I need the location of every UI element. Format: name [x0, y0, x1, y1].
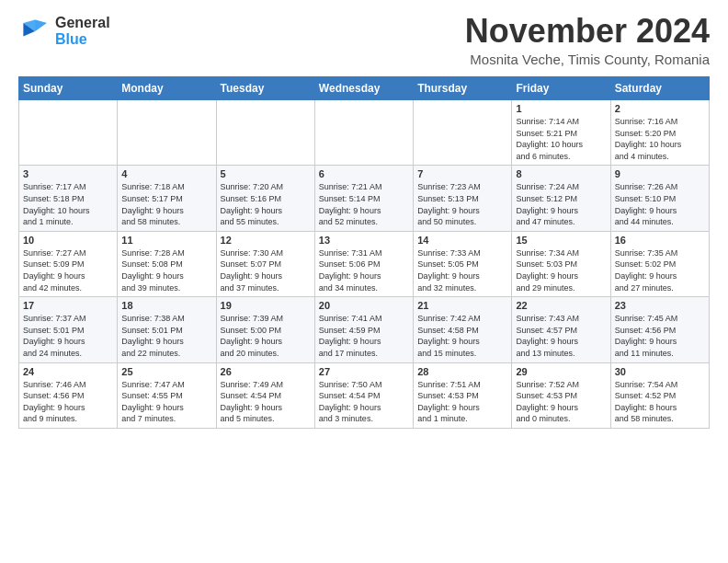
calendar-week-row: 24Sunrise: 7:46 AMSunset: 4:56 PMDayligh…: [19, 362, 710, 428]
table-row: 2Sunrise: 7:16 AMSunset: 5:20 PMDaylight…: [610, 100, 709, 166]
day-number: 5: [221, 168, 311, 179]
table-row: 4Sunrise: 7:18 AMSunset: 5:17 PMDaylight…: [118, 166, 216, 231]
table-row: 26Sunrise: 7:49 AMSunset: 4:54 PMDayligh…: [216, 362, 314, 428]
day-info: Sunrise: 7:46 AMSunset: 4:56 PMDaylight:…: [23, 379, 113, 425]
day-info: Sunrise: 7:37 AMSunset: 5:01 PMDaylight:…: [23, 313, 113, 359]
day-number: 23: [615, 300, 705, 311]
logo-general: General: [55, 15, 110, 31]
day-info: Sunrise: 7:28 AMSunset: 5:08 PMDaylight:…: [121, 247, 211, 293]
day-info: Sunrise: 7:47 AMSunset: 4:55 PMDaylight:…: [121, 379, 211, 425]
logo-icon: [18, 15, 51, 48]
table-row: 14Sunrise: 7:33 AMSunset: 5:05 PMDayligh…: [414, 231, 512, 296]
day-number: 6: [319, 168, 409, 179]
table-row: 24Sunrise: 7:46 AMSunset: 4:56 PMDayligh…: [19, 362, 118, 428]
day-info: Sunrise: 7:35 AMSunset: 5:02 PMDaylight:…: [615, 247, 705, 293]
table-row: [216, 100, 314, 166]
day-info: Sunrise: 7:17 AMSunset: 5:18 PMDaylight:…: [23, 181, 113, 227]
calendar-week-row: 10Sunrise: 7:27 AMSunset: 5:09 PMDayligh…: [19, 231, 710, 296]
calendar-week-row: 1Sunrise: 7:14 AMSunset: 5:21 PMDaylight…: [19, 100, 710, 166]
title-section: November 2024 Mosnita Veche, Timis Count…: [465, 15, 710, 67]
table-row: [118, 100, 216, 166]
day-info: Sunrise: 7:49 AMSunset: 4:54 PMDaylight:…: [221, 379, 311, 425]
calendar-table: Sunday Monday Tuesday Wednesday Thursday…: [18, 76, 710, 429]
day-number: 27: [319, 366, 409, 377]
table-row: 29Sunrise: 7:52 AMSunset: 4:53 PMDayligh…: [512, 362, 610, 428]
day-number: 14: [417, 235, 507, 246]
day-info: Sunrise: 7:24 AMSunset: 5:12 PMDaylight:…: [516, 181, 606, 227]
header-wednesday: Wednesday: [314, 77, 413, 100]
day-number: 22: [516, 300, 606, 311]
day-number: 16: [615, 235, 705, 246]
day-number: 21: [417, 300, 507, 311]
header-saturday: Saturday: [610, 77, 709, 100]
table-row: 12Sunrise: 7:30 AMSunset: 5:07 PMDayligh…: [216, 231, 314, 296]
month-title: November 2024: [465, 15, 710, 48]
day-number: 2: [615, 103, 705, 114]
table-row: [414, 100, 512, 166]
day-number: 1: [516, 103, 606, 114]
table-row: 1Sunrise: 7:14 AMSunset: 5:21 PMDaylight…: [512, 100, 610, 166]
table-row: 8Sunrise: 7:24 AMSunset: 5:12 PMDaylight…: [512, 166, 610, 231]
day-number: 25: [121, 366, 211, 377]
table-row: 10Sunrise: 7:27 AMSunset: 5:09 PMDayligh…: [19, 231, 118, 296]
header-thursday: Thursday: [414, 77, 512, 100]
day-number: 19: [221, 300, 311, 311]
location-subtitle: Mosnita Veche, Timis County, Romania: [465, 52, 710, 67]
table-row: 7Sunrise: 7:23 AMSunset: 5:13 PMDaylight…: [414, 166, 512, 231]
header-tuesday: Tuesday: [216, 77, 314, 100]
table-row: 17Sunrise: 7:37 AMSunset: 5:01 PMDayligh…: [19, 297, 118, 362]
table-row: 20Sunrise: 7:41 AMSunset: 4:59 PMDayligh…: [314, 297, 413, 362]
table-row: 25Sunrise: 7:47 AMSunset: 4:55 PMDayligh…: [118, 362, 216, 428]
day-number: 15: [516, 235, 606, 246]
day-info: Sunrise: 7:31 AMSunset: 5:06 PMDaylight:…: [319, 247, 409, 293]
table-row: 23Sunrise: 7:45 AMSunset: 4:56 PMDayligh…: [610, 297, 709, 362]
day-number: 10: [23, 235, 113, 246]
day-info: Sunrise: 7:50 AMSunset: 4:54 PMDaylight:…: [319, 379, 409, 425]
table-row: 18Sunrise: 7:38 AMSunset: 5:01 PMDayligh…: [118, 297, 216, 362]
day-info: Sunrise: 7:52 AMSunset: 4:53 PMDaylight:…: [516, 379, 606, 425]
table-row: 22Sunrise: 7:43 AMSunset: 4:57 PMDayligh…: [512, 297, 610, 362]
table-row: 9Sunrise: 7:26 AMSunset: 5:10 PMDaylight…: [610, 166, 709, 231]
day-info: Sunrise: 7:30 AMSunset: 5:07 PMDaylight:…: [221, 247, 311, 293]
logo-blue: Blue: [55, 31, 110, 48]
day-info: Sunrise: 7:39 AMSunset: 5:00 PMDaylight:…: [221, 313, 311, 359]
table-row: 30Sunrise: 7:54 AMSunset: 4:52 PMDayligh…: [610, 362, 709, 428]
day-info: Sunrise: 7:20 AMSunset: 5:16 PMDaylight:…: [221, 181, 311, 227]
day-info: Sunrise: 7:23 AMSunset: 5:13 PMDaylight:…: [417, 181, 507, 227]
calendar-week-row: 3Sunrise: 7:17 AMSunset: 5:18 PMDaylight…: [19, 166, 710, 231]
day-number: 7: [417, 168, 507, 179]
day-number: 12: [221, 235, 311, 246]
day-number: 8: [516, 168, 606, 179]
header-friday: Friday: [512, 77, 610, 100]
day-number: 28: [417, 366, 507, 377]
table-row: 13Sunrise: 7:31 AMSunset: 5:06 PMDayligh…: [314, 231, 413, 296]
table-row: 6Sunrise: 7:21 AMSunset: 5:14 PMDaylight…: [314, 166, 413, 231]
day-info: Sunrise: 7:21 AMSunset: 5:14 PMDaylight:…: [319, 181, 409, 227]
table-row: 28Sunrise: 7:51 AMSunset: 4:53 PMDayligh…: [414, 362, 512, 428]
day-number: 30: [615, 366, 705, 377]
day-info: Sunrise: 7:54 AMSunset: 4:52 PMDaylight:…: [615, 379, 705, 425]
day-number: 24: [23, 366, 113, 377]
day-info: Sunrise: 7:45 AMSunset: 4:56 PMDaylight:…: [615, 313, 705, 359]
day-info: Sunrise: 7:33 AMSunset: 5:05 PMDaylight:…: [417, 247, 507, 293]
day-number: 20: [319, 300, 409, 311]
day-info: Sunrise: 7:18 AMSunset: 5:17 PMDaylight:…: [121, 181, 211, 227]
day-info: Sunrise: 7:38 AMSunset: 5:01 PMDaylight:…: [121, 313, 211, 359]
day-info: Sunrise: 7:34 AMSunset: 5:03 PMDaylight:…: [516, 247, 606, 293]
day-info: Sunrise: 7:42 AMSunset: 4:58 PMDaylight:…: [417, 313, 507, 359]
day-info: Sunrise: 7:43 AMSunset: 4:57 PMDaylight:…: [516, 313, 606, 359]
day-number: 9: [615, 168, 705, 179]
header-sunday: Sunday: [19, 77, 118, 100]
day-number: 4: [121, 168, 211, 179]
day-info: Sunrise: 7:26 AMSunset: 5:10 PMDaylight:…: [615, 181, 705, 227]
table-row: 5Sunrise: 7:20 AMSunset: 5:16 PMDaylight…: [216, 166, 314, 231]
day-info: Sunrise: 7:16 AMSunset: 5:20 PMDaylight:…: [615, 116, 705, 162]
day-info: Sunrise: 7:51 AMSunset: 4:53 PMDaylight:…: [417, 379, 507, 425]
table-row: 21Sunrise: 7:42 AMSunset: 4:58 PMDayligh…: [414, 297, 512, 362]
day-info: Sunrise: 7:14 AMSunset: 5:21 PMDaylight:…: [516, 116, 606, 162]
day-number: 17: [23, 300, 113, 311]
table-row: 16Sunrise: 7:35 AMSunset: 5:02 PMDayligh…: [610, 231, 709, 296]
day-number: 13: [319, 235, 409, 246]
day-number: 3: [23, 168, 113, 179]
table-row: 15Sunrise: 7:34 AMSunset: 5:03 PMDayligh…: [512, 231, 610, 296]
